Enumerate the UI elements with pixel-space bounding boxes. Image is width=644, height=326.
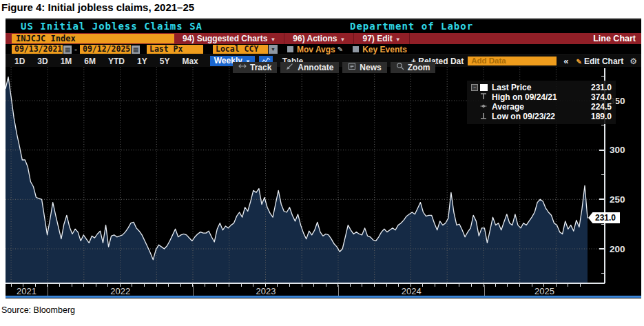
annotate-icon bbox=[286, 62, 294, 73]
chevron-down-icon: ▼ bbox=[270, 37, 276, 43]
range-buttons: 1D3D1M6MYTD1Y5YMax bbox=[8, 57, 205, 66]
pencil-icon: ✎ bbox=[577, 58, 582, 65]
ticker-input[interactable]: INJCJC Index bbox=[12, 34, 174, 43]
x-axis-year-label: 2024 bbox=[402, 286, 422, 296]
legend-row: Average224.5 bbox=[471, 102, 612, 112]
menu-bar: INJCJC Index 94) Suggested Charts▼ 96) A… bbox=[6, 33, 641, 44]
currency-select[interactable]: Local CCY bbox=[213, 45, 268, 54]
gear-icon[interactable]: ⚙ bbox=[630, 57, 637, 66]
bloomberg-terminal-panel: US Initial Jobless Claims SA Department … bbox=[6, 18, 641, 298]
figure-title: Figure 4: Initial jobless claims, 2021–2… bbox=[1, 1, 194, 13]
date-to-input[interactable]: 09/12/2025 bbox=[80, 45, 131, 54]
last-price-badge: 231.0 bbox=[588, 212, 620, 223]
annotate-label: Annotate bbox=[298, 62, 333, 73]
menu-suggested-charts-label: 94) Suggested Charts bbox=[183, 34, 267, 43]
query-fields-row: 09/13/2021 ▦ - 09/12/2025 ▦ Last Px Loca… bbox=[6, 44, 641, 54]
pencil-icon[interactable]: ✎ bbox=[337, 45, 343, 53]
security-subtitle: Department of Labor bbox=[350, 21, 473, 32]
chart-tools: + Related Dat Add Data « ✎Edit Chart ⚙ bbox=[411, 56, 641, 66]
key-events-checkbox[interactable] bbox=[353, 46, 359, 52]
y-axis-label: 200 bbox=[610, 244, 625, 254]
annotate-button[interactable]: Annotate bbox=[280, 62, 339, 73]
track-icon bbox=[238, 62, 247, 73]
legend-label: Low on 09/23/22 bbox=[492, 112, 555, 121]
range-button-1y[interactable]: 1Y bbox=[131, 57, 154, 66]
y-axis-label: 300 bbox=[610, 145, 625, 155]
legend-label: High on 09/24/21 bbox=[492, 92, 557, 102]
chevron-down-icon: ▼ bbox=[395, 37, 401, 43]
calendar-icon[interactable]: ▦ bbox=[63, 45, 72, 54]
menu-edit-label: 97) Edit bbox=[362, 34, 392, 43]
y-axis-label: 250 bbox=[610, 194, 625, 205]
zoom-icon bbox=[396, 62, 404, 73]
legend-value: 224.5 bbox=[591, 102, 612, 112]
range-button-5y[interactable]: 5Y bbox=[154, 57, 176, 66]
key-events-label: Key Events bbox=[362, 45, 407, 54]
range-button-1m[interactable]: 1M bbox=[54, 57, 79, 66]
mov-avgs-checkbox[interactable] bbox=[287, 46, 293, 52]
zoom-label: Zoom bbox=[408, 62, 430, 73]
legend-row: Low on 09/23/22189.0 bbox=[471, 112, 612, 121]
menu-edit[interactable]: 97) Edit▼ bbox=[354, 33, 409, 44]
security-titlebar: US Initial Jobless Claims SA Department … bbox=[6, 19, 641, 33]
low-marker-icon bbox=[479, 110, 488, 123]
news-label: News bbox=[360, 62, 381, 73]
range-button-6m[interactable]: 6M bbox=[78, 57, 102, 66]
add-data-input[interactable]: Add Data bbox=[468, 57, 557, 65]
range-button-3d[interactable]: 3D bbox=[31, 57, 54, 66]
edit-chart-button[interactable]: ✎Edit Chart bbox=[574, 57, 624, 66]
collapse-panel-icon[interactable]: « bbox=[563, 56, 568, 66]
price-field-input[interactable]: Last Px bbox=[147, 45, 203, 54]
series-swatch bbox=[480, 84, 488, 91]
date-range-separator: - bbox=[74, 45, 77, 54]
x-axis-year-label: 2022 bbox=[110, 286, 130, 296]
x-axis-year-label: 2021 bbox=[17, 286, 37, 296]
legend-marker bbox=[471, 110, 492, 123]
track-label: Track bbox=[250, 62, 271, 73]
legend-marker: − bbox=[471, 84, 492, 91]
news-icon bbox=[348, 62, 356, 73]
chart-legend: −Last Price231.0High on 09/24/21374.0Ave… bbox=[467, 81, 616, 124]
track-button[interactable]: Track bbox=[233, 62, 277, 73]
chevron-down-icon[interactable]: ▼ bbox=[269, 45, 278, 54]
menu-suggested-charts[interactable]: 94) Suggested Charts▼ bbox=[174, 33, 284, 44]
calendar-icon[interactable]: ▦ bbox=[132, 45, 140, 54]
legend-value: 374.0 bbox=[591, 92, 612, 102]
page: Figure 4: Initial jobless claims, 2021–2… bbox=[0, 0, 644, 326]
chart-area[interactable]: 20025030035020212022202320242025 TrackAn… bbox=[6, 67, 641, 298]
date-from-input[interactable]: 09/13/2021 bbox=[12, 45, 63, 54]
legend-row: −Last Price231.0 bbox=[471, 83, 612, 92]
edit-chart-label: Edit Chart bbox=[584, 57, 623, 66]
chart-type-label: Line Chart bbox=[593, 34, 636, 43]
mov-avgs-label: Mov Avgs bbox=[297, 45, 335, 54]
range-button-1d[interactable]: 1D bbox=[8, 57, 31, 66]
x-axis-year-label: 2023 bbox=[256, 286, 276, 296]
panel-bottom-accent bbox=[6, 296, 641, 298]
collapse-legend-icon[interactable]: − bbox=[471, 84, 478, 91]
legend-value: 189.0 bbox=[591, 112, 612, 121]
chart-overlay-buttons: TrackAnnotateNewsZoom bbox=[233, 62, 435, 73]
news-button[interactable]: News bbox=[342, 62, 386, 73]
zoom-button[interactable]: Zoom bbox=[391, 62, 436, 73]
chevron-down-icon: ▼ bbox=[340, 37, 346, 43]
menu-actions-label: 96) Actions bbox=[293, 34, 337, 43]
legend-value: 231.0 bbox=[591, 83, 612, 92]
range-button-max[interactable]: Max bbox=[176, 57, 204, 66]
source-caption: Source: Bloomberg bbox=[1, 305, 75, 315]
range-button-ytd[interactable]: YTD bbox=[102, 57, 131, 66]
menu-actions[interactable]: 96) Actions▼ bbox=[284, 33, 354, 44]
legend-row: High on 09/24/21374.0 bbox=[471, 92, 612, 102]
legend-label: Average bbox=[492, 102, 524, 112]
x-axis-year-label: 2025 bbox=[534, 286, 554, 296]
security-title: US Initial Jobless Claims SA bbox=[21, 21, 202, 32]
legend-label: Last Price bbox=[492, 83, 531, 92]
